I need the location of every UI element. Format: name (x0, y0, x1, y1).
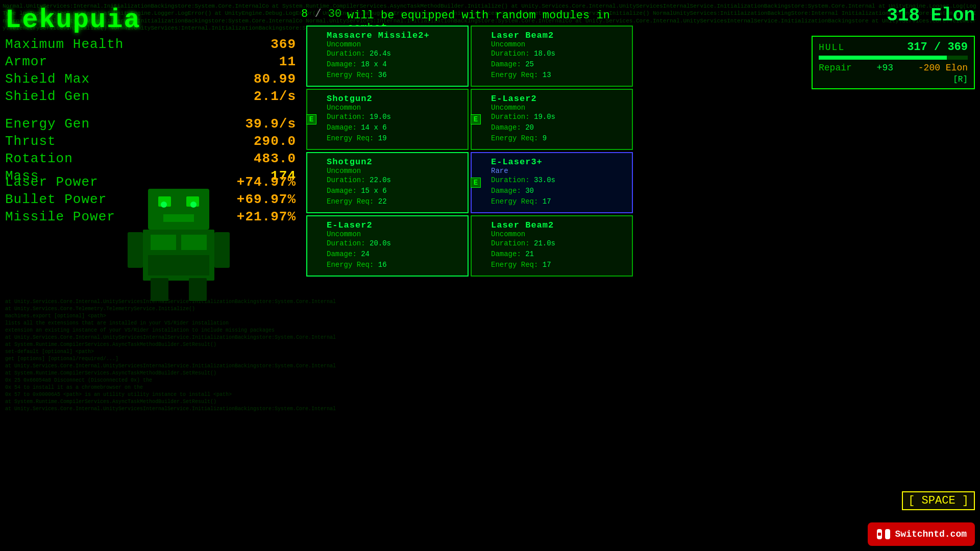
weapon-card-5[interactable]: E E-Laser3+ Rare Duration: 33.0s Damage:… (471, 152, 633, 213)
weapon-energy-7: Energy Req: 17 (491, 260, 627, 270)
weapon-card-6[interactable]: E-Laser2 Uncommon Duration: 20.0s Damage… (306, 215, 469, 277)
stat-max-health: Maximum Health 369 (3, 36, 299, 53)
stats-panel: Maximum Health 369 Armor 11 Shield Max 8… (3, 36, 299, 185)
weapon-header-6: E-Laser2 Uncommon Duration: 20.0s Damage… (312, 220, 462, 270)
weapon-name-6: E-Laser2 (327, 220, 462, 230)
stat-armor-value: 11 (279, 54, 296, 69)
stat-armor-label: Armor (5, 54, 47, 69)
weapon-duration-3: Duration: 19.0s (491, 112, 627, 122)
stat-thrust: Thrust 290.0 (3, 133, 299, 150)
svg-rect-3 (163, 214, 194, 222)
stat-energy-gen-value: 39.9/s (245, 116, 296, 132)
weapon-header-3: E-Laser2 Uncommon Duration: 19.0s Damage… (477, 94, 627, 144)
weapon-header-7: Laser Beam2 Uncommon Duration: 21.0s Dam… (477, 220, 627, 270)
weapon-rarity-2: Uncommon (327, 104, 462, 112)
svg-rect-5 (151, 235, 176, 250)
stat-shield-gen-label: Shield Gen (5, 89, 90, 104)
weapon-name-2: Shotgun2 (327, 94, 462, 104)
weapon-damage-4: Damage: 15 x 6 (327, 186, 462, 196)
weapon-rarity-7: Uncommon (491, 230, 627, 238)
repair-minus: -200 Elon (918, 63, 968, 73)
counter-total: 30 (328, 8, 341, 20)
repair-plus: +93 (877, 63, 893, 73)
energy-badge-2: E (306, 114, 316, 124)
weapon-damage-1: Damage: 25 (491, 59, 627, 70)
svg-rect-9 (214, 232, 230, 268)
svg-rect-7 (148, 255, 209, 276)
top-counter: 8 / 30 (301, 8, 341, 20)
weapon-name-3: E-Laser2 (491, 94, 627, 104)
weapon-damage-2: Damage: 14 x 6 (327, 122, 462, 133)
stat-max-health-value: 369 (271, 37, 296, 52)
weapon-card-4[interactable]: Shotgun2 Uncommon Duration: 22.0s Damage… (306, 152, 469, 213)
weapons-grid: Massacre Missile2+ Uncommon Duration: 26… (306, 26, 633, 277)
weapon-duration-4: Duration: 22.0s (327, 175, 462, 186)
svg-rect-0 (148, 189, 209, 230)
weapon-name-7: Laser Beam2 (491, 220, 627, 230)
currency-display: 318 Elon (887, 5, 975, 26)
stat-max-health-label: Maximum Health (5, 37, 124, 52)
stat-armor: Armor 11 (3, 53, 299, 70)
weapon-energy-3: Energy Req: 9 (491, 133, 627, 144)
hull-panel: HULL 317 / 369 Repair +93 -200 Elon [R] (812, 36, 975, 89)
stat-thrust-label: Thrust (5, 134, 56, 149)
stat-rotation: Rotation 483.0 (3, 150, 299, 167)
stat-bullet-power-label: Bullet Power (5, 192, 107, 207)
hull-bar (819, 56, 968, 60)
weapon-damage-0: Damage: 18 x 4 (327, 59, 462, 70)
energy-badge-5: E (471, 178, 481, 188)
weapon-card-3[interactable]: E E-Laser2 Uncommon Duration: 19.0s Dama… (471, 89, 633, 150)
weapon-rarity-3: Uncommon (491, 104, 627, 112)
stat-shield-max: Shield Max 80.99 (3, 70, 299, 88)
repair-label: Repair (819, 63, 852, 73)
robot-art (102, 184, 255, 306)
weapon-energy-6: Energy Req: 16 (327, 260, 462, 270)
weapon-name-4: Shotgun2 (327, 157, 462, 167)
svg-rect-12 (161, 202, 167, 208)
weapon-card-2[interactable]: E Shotgun2 Uncommon Duration: 19.0s Dama… (306, 89, 469, 150)
weapon-header-4: Shotgun2 Uncommon Duration: 22.0s Damage… (312, 157, 462, 207)
weapon-energy-4: Energy Req: 22 (327, 196, 462, 207)
repair-row: Repair +93 -200 Elon (819, 63, 968, 73)
weapon-header-1: Laser Beam2 Uncommon Duration: 18.0s Dam… (477, 31, 627, 81)
weapon-duration-2: Duration: 19.0s (327, 112, 462, 122)
weapon-rarity-1: Uncommon (491, 40, 627, 48)
hull-value: 317 / 369 (907, 41, 968, 54)
weapon-name-5: E-Laser3+ (491, 157, 627, 167)
stat-missile-power-label: Missile Power (5, 209, 115, 224)
weapon-card-1[interactable]: Laser Beam2 Uncommon Duration: 18.0s Dam… (471, 26, 633, 87)
hull-current: 317 (907, 41, 927, 54)
stat-laser-power-label: Laser Power (5, 174, 99, 190)
main-overlay: Lekupuia 8 / 30 will be equipped with ra… (0, 0, 980, 551)
weapon-damage-3: Damage: 20 (491, 122, 627, 133)
weapon-energy-2: Energy Req: 19 (327, 133, 462, 144)
hull-max: 369 (947, 41, 968, 54)
repair-key[interactable]: [R] (819, 75, 968, 84)
weapon-name-1: Laser Beam2 (491, 31, 627, 40)
hull-bar-fill (819, 56, 947, 60)
stat-shield-gen: Shield Gen 2.1/s (3, 88, 299, 105)
stat-rotation-value: 483.0 (254, 151, 296, 166)
weapon-duration-1: Duration: 18.0s (491, 48, 627, 59)
stat-rotation-label: Rotation (5, 151, 73, 166)
weapon-damage-7: Damage: 21 (491, 249, 627, 260)
stat-shield-max-value: 80.99 (254, 71, 296, 87)
hull-label: HULL (819, 42, 845, 53)
weapon-duration-7: Duration: 21.0s (491, 238, 627, 249)
weapon-rarity-5: Rare (491, 167, 627, 175)
weapon-rarity-6: Uncommon (327, 230, 462, 238)
weapon-card-0[interactable]: Massacre Missile2+ Uncommon Duration: 26… (306, 26, 469, 87)
stat-energy-gen: Energy Gen 39.9/s (3, 115, 299, 133)
weapon-damage-5: Damage: 30 (491, 186, 627, 196)
game-title: Lekupuia (5, 5, 141, 35)
weapon-card-7[interactable]: Laser Beam2 Uncommon Duration: 21.0s Dam… (471, 215, 633, 277)
weapon-rarity-4: Uncommon (327, 167, 462, 175)
counter-current: 8 (301, 8, 308, 20)
weapon-damage-6: Damage: 24 (327, 249, 462, 260)
svg-rect-8 (128, 232, 143, 268)
stat-energy-gen-label: Energy Gen (5, 116, 90, 132)
energy-badge-3: E (471, 114, 481, 124)
weapon-rarity-0: Uncommon (327, 40, 462, 48)
weapon-duration-0: Duration: 26.4s (327, 48, 462, 59)
weapon-energy-5: Energy Req: 17 (491, 196, 627, 207)
